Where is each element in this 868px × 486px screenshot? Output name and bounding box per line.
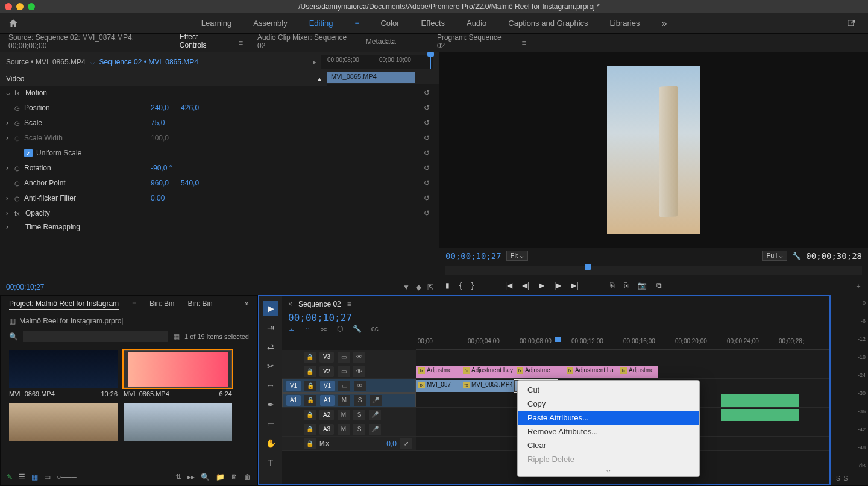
- project-search-input[interactable]: [23, 331, 168, 342]
- track-target-v1[interactable]: V1: [320, 381, 335, 391]
- settings-icon[interactable]: 🔧: [353, 325, 362, 333]
- sort-icon[interactable]: ⇅: [175, 473, 181, 481]
- workspace-effects[interactable]: Effects: [421, 19, 445, 28]
- bin-item[interactable]: [124, 403, 232, 441]
- lock-icon[interactable]: 🔒: [304, 381, 316, 391]
- type-tool-icon[interactable]: T: [263, 455, 278, 470]
- tab-source[interactable]: Source: Sequence 02: MVI_0874.MP4: 00;00…: [8, 33, 165, 52]
- tab-bin-1[interactable]: Bin: Bin: [149, 299, 174, 310]
- reset-icon[interactable]: ↺: [420, 148, 433, 158]
- tab-menu-icon[interactable]: ≡: [239, 39, 243, 47]
- program-timecode-left[interactable]: 00;00;10;27: [445, 251, 502, 261]
- ec-playhead[interactable]: [430, 55, 431, 69]
- crumb-chevron-icon[interactable]: ⌵: [90, 58, 95, 66]
- window-minimize[interactable]: [16, 3, 24, 10]
- rotation-val[interactable]: -90,0 °: [151, 164, 172, 172]
- cm-remove-attributes[interactable]: Remove Attributes...: [518, 425, 699, 438]
- program-menu-icon[interactable]: ≡: [522, 39, 526, 47]
- clip-audio[interactable]: [721, 394, 799, 407]
- reset-icon[interactable]: ↺: [420, 102, 433, 113]
- home-button[interactable]: [5, 15, 22, 32]
- track-target-a1[interactable]: A1: [320, 395, 335, 406]
- anchor-y[interactable]: 540,0: [181, 179, 199, 187]
- stopwatch-icon[interactable]: ◷: [14, 105, 24, 111]
- hand-tool-icon[interactable]: ✋: [263, 436, 278, 450]
- step-fwd-icon[interactable]: |▶: [554, 281, 561, 291]
- lock-icon[interactable]: 🔒: [304, 352, 316, 363]
- marker-icon[interactable]: ▮: [445, 281, 450, 291]
- reset-icon[interactable]: ↺: [420, 132, 433, 143]
- clip-adjustment[interactable]: fxAdjustme: [416, 366, 461, 378]
- resolution-select[interactable]: Full ⌵: [762, 251, 787, 261]
- reset-icon[interactable]: ↺: [420, 178, 433, 188]
- play-only-icon[interactable]: ▸: [313, 58, 316, 66]
- antiflicker-val[interactable]: 0,00: [151, 194, 165, 202]
- cc-icon[interactable]: cc: [371, 325, 379, 333]
- compare-icon[interactable]: ⧉: [656, 281, 662, 291]
- toggle-output-icon[interactable]: ▭: [338, 381, 350, 391]
- workspace-overflow[interactable]: »: [661, 18, 667, 29]
- lock-icon[interactable]: 🔒: [304, 366, 316, 377]
- workspace-assembly[interactable]: Assembly: [253, 19, 287, 28]
- window-zoom[interactable]: [28, 3, 35, 10]
- new-item-icon[interactable]: 🗎: [231, 473, 238, 481]
- slip-tool-icon[interactable]: ↔: [263, 378, 278, 393]
- solo-left-icon[interactable]: S: [836, 475, 840, 482]
- tab-project[interactable]: Project: Malmö Reel for Instagram: [9, 299, 119, 310]
- toggle-output-icon[interactable]: ▭: [338, 352, 350, 363]
- in-point-icon[interactable]: {: [459, 281, 462, 291]
- linked-sel-icon[interactable]: ⫘: [320, 325, 327, 333]
- fx-badge-icon[interactable]: fx: [14, 89, 25, 96]
- toggle-output-icon[interactable]: ▭: [338, 366, 350, 377]
- workspace-audio[interactable]: Audio: [467, 19, 486, 28]
- extract-icon[interactable]: ⎘: [624, 281, 628, 291]
- clip-adjustment[interactable]: fxAdjustment Lay: [461, 366, 514, 378]
- program-monitor[interactable]: [439, 52, 868, 248]
- bin-item[interactable]: MVI_0869.MP410:26: [9, 350, 118, 397]
- collapse-icon[interactable]: ▴: [318, 75, 321, 83]
- position-x[interactable]: 240,0: [151, 104, 169, 112]
- twirl-icon[interactable]: ›: [6, 119, 14, 127]
- eye-icon[interactable]: 👁: [353, 366, 365, 377]
- reset-icon[interactable]: ↺: [420, 193, 433, 204]
- clip-adjustment[interactable]: fxAdjustme: [514, 366, 564, 378]
- ripple-tool-icon[interactable]: ⇄: [263, 340, 278, 354]
- add-button-icon[interactable]: ＋: [855, 281, 862, 291]
- new-bin-icon[interactable]: 📁: [216, 473, 225, 481]
- find-icon[interactable]: 🔍: [201, 473, 210, 481]
- go-in-icon[interactable]: |◀: [505, 281, 512, 291]
- filter-icon[interactable]: ▼: [403, 283, 410, 291]
- rect-tool-icon[interactable]: ▭: [263, 417, 278, 431]
- reset-icon[interactable]: ↺: [420, 163, 433, 173]
- cm-copy[interactable]: Copy: [518, 397, 699, 411]
- ec-clip-block[interactable]: MVI_0865.MP4: [327, 72, 415, 83]
- source-patch-v1[interactable]: V1: [286, 381, 301, 391]
- solo-right-icon[interactable]: S: [844, 475, 848, 482]
- reset-icon[interactable]: ↺: [420, 87, 433, 98]
- tab-bin-2[interactable]: Bin: Bin: [187, 299, 212, 310]
- ec-timecode[interactable]: 00;00;10;27: [6, 283, 44, 291]
- cm-ripple-delete[interactable]: Ripple Delete: [518, 452, 699, 466]
- cm-clear[interactable]: Clear: [518, 438, 699, 452]
- expand-icon[interactable]: ⤢: [400, 438, 412, 449]
- camera-icon[interactable]: 📷: [638, 281, 647, 291]
- snap-icon[interactable]: ⫠: [288, 325, 295, 333]
- eye-icon[interactable]: 👁: [354, 381, 366, 391]
- quick-export-button[interactable]: [846, 19, 863, 28]
- zoom-slider[interactable]: ○───: [57, 473, 77, 481]
- clip-adjustment[interactable]: fxAdjustme: [618, 366, 658, 378]
- workspace-menu-icon[interactable]: ≡: [354, 19, 359, 28]
- reset-icon[interactable]: ↺: [420, 208, 433, 219]
- freeform-icon[interactable]: ▭: [44, 473, 51, 481]
- track-target-v2[interactable]: V2: [319, 366, 334, 377]
- track-target-a3[interactable]: A3: [319, 424, 334, 435]
- mic-icon[interactable]: 🎤: [370, 395, 382, 406]
- magnet-icon[interactable]: ∩: [305, 325, 310, 333]
- trash-icon[interactable]: 🗑: [244, 473, 251, 481]
- timeline-ruler[interactable]: ;00;00 00;00;04;00 00;00;08;00 00;00;12;…: [416, 337, 829, 350]
- window-close[interactable]: [5, 3, 12, 10]
- new-bin-icon[interactable]: ▦: [173, 332, 180, 341]
- out-point-icon[interactable]: }: [471, 281, 474, 291]
- workspace-color[interactable]: Color: [380, 19, 399, 28]
- mute-icon[interactable]: M: [338, 395, 350, 406]
